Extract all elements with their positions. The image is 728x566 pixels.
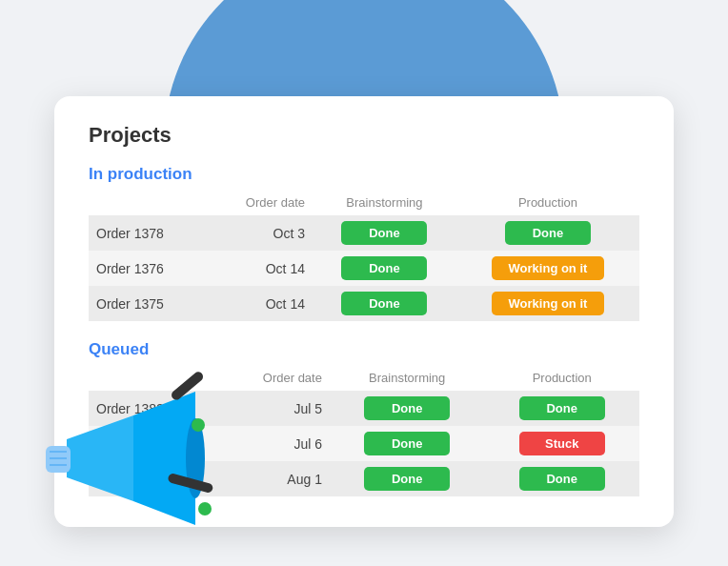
done-badge: Done	[505, 221, 591, 245]
production-badge-col: Working on it	[456, 286, 639, 321]
table-row: Order 1378 Oct 3 Done Done	[89, 215, 639, 251]
production-badge-col: Done	[484, 391, 639, 426]
col-production: Production	[484, 367, 639, 391]
section-title-in-production: In production	[89, 165, 639, 184]
order-date: Oct 14	[207, 251, 313, 286]
page-title: Projects	[89, 123, 639, 148]
order-date: Jul 6	[215, 426, 330, 461]
col-brainstorming: Brainstorming	[330, 367, 485, 391]
order-date: Oct 3	[207, 215, 313, 251]
col-production: Production	[456, 192, 639, 215]
queued-table: Order date Brainstorming Production Orde…	[89, 367, 639, 496]
done-badge: Done	[341, 292, 427, 315]
in-production-table: Order date Brainstorming Production Orde…	[89, 192, 639, 321]
col-order-date: Order date	[207, 192, 313, 215]
done-badge: Done	[341, 221, 427, 245]
brainstorming-badge-col: Done	[313, 251, 456, 286]
brainstorming-badge-col: Done	[330, 391, 485, 426]
table-row: Order 1380 Aug 1 Done Done	[89, 461, 639, 496]
order-name: Order 1380	[89, 461, 215, 496]
production-badge-col: Done	[484, 461, 639, 496]
order-date: Aug 1	[215, 461, 330, 496]
done-badge: Done	[364, 467, 450, 491]
col-order	[89, 367, 215, 391]
brainstorming-badge-col: Done	[313, 286, 456, 321]
brainstorming-badge-col: Done	[313, 215, 456, 251]
col-order	[89, 192, 207, 215]
production-badge-col: Working on it	[456, 251, 639, 286]
section-title-queued: Queued	[89, 340, 639, 359]
brainstorming-badge-col: Done	[330, 461, 485, 496]
table-row: Order 1381 Jul 6 Done Stuck	[89, 426, 639, 461]
production-badge-col: Done	[456, 215, 639, 251]
order-name: Order 1382	[89, 391, 215, 426]
col-brainstorming: Brainstorming	[313, 192, 456, 215]
production-badge-col: Stuck	[484, 426, 639, 461]
order-name: Order 1375	[89, 286, 207, 321]
order-name: Order 1378	[89, 215, 207, 251]
order-name: Order 1376	[89, 251, 207, 286]
col-order-date: Order date	[215, 367, 330, 391]
brainstorming-badge-col: Done	[330, 426, 485, 461]
done-badge: Done	[519, 467, 605, 491]
table-row: Order 1376 Oct 14 Done Working on it	[89, 251, 639, 286]
done-badge: Done	[364, 396, 450, 420]
done-badge: Done	[364, 432, 450, 455]
working-badge: Working on it	[492, 292, 605, 315]
working-badge: Working on it	[492, 256, 605, 280]
projects-card: Projects In production Order date Brains…	[54, 96, 674, 527]
done-badge: Done	[519, 396, 605, 420]
order-date: Jul 5	[215, 391, 330, 426]
done-badge: Done	[341, 256, 427, 280]
order-name: Order 1381	[89, 426, 215, 461]
order-date: Oct 14	[207, 286, 313, 321]
stuck-badge: Stuck	[519, 432, 605, 455]
table-row: Order 1382 Jul 5 Done Done	[89, 391, 639, 426]
table-row: Order 1375 Oct 14 Done Working on it	[89, 286, 639, 321]
